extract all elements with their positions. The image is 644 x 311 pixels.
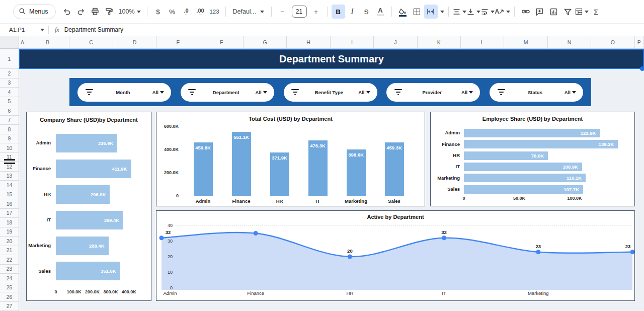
formula-input[interactable]: Department Summary [64, 26, 123, 33]
row-header-10[interactable]: 10 [0, 143, 19, 153]
row-header-21[interactable]: 21 [0, 246, 19, 256]
row-header-26[interactable]: 26 [0, 292, 19, 302]
bold-button[interactable]: B [332, 5, 345, 19]
row-header-16[interactable]: 16 [0, 199, 19, 209]
column-header-A[interactable]: A [19, 36, 26, 49]
column-header-M[interactable]: M [504, 36, 547, 49]
increase-font-size-button[interactable]: + [309, 5, 323, 19]
row-header-11[interactable]: 11 [0, 153, 19, 163]
italic-button[interactable]: I [346, 5, 359, 19]
decrease-decimal-button[interactable]: .0← [180, 5, 193, 19]
format-percent-button[interactable]: % [166, 5, 179, 19]
row-header-22[interactable]: 22 [0, 255, 19, 265]
format-currency-button[interactable]: $ [151, 5, 165, 19]
text-color-button[interactable]: A [374, 5, 387, 19]
name-box[interactable]: A1:P1 [0, 24, 48, 36]
row-header-9[interactable]: 9 [0, 134, 19, 144]
insert-chart-button[interactable] [547, 5, 560, 19]
row-header-15[interactable]: 15 [0, 190, 19, 200]
horizontal-align-button[interactable] [453, 5, 466, 19]
zoom-control[interactable]: 100% [117, 5, 143, 19]
menus-label: Menus [29, 8, 48, 15]
column-header-J[interactable]: J [374, 36, 417, 49]
slicer-value-dropdown[interactable]: All [565, 90, 576, 95]
create-filter-button[interactable] [561, 5, 575, 19]
column-header-I[interactable]: I [331, 36, 374, 49]
column-header-P[interactable]: P [635, 36, 644, 49]
row-header-2[interactable]: 2 [0, 69, 19, 79]
slicer-benefit-type[interactable]: Benefit TypeAll [284, 83, 377, 102]
row-header-14[interactable]: 14 [0, 181, 19, 190]
column-header-N[interactable]: N [548, 36, 591, 49]
row-header-23[interactable]: 23 [0, 265, 19, 274]
fill-color-button[interactable] [396, 5, 410, 19]
slicer-provider[interactable]: ProviderAll [386, 83, 480, 102]
column-header-H[interactable]: H [287, 36, 330, 49]
column-header-E[interactable]: E [156, 36, 200, 49]
row-header-7[interactable]: 7 [0, 116, 19, 125]
paint-format-button[interactable] [103, 5, 116, 19]
row-header-6[interactable]: 6 [0, 106, 19, 116]
vertical-align-button[interactable] [467, 5, 480, 19]
increase-decimal-button[interactable]: .00→ [194, 5, 207, 19]
text-wrap-button[interactable] [481, 5, 495, 19]
row-header-24[interactable]: 24 [0, 274, 19, 283]
row-header-25[interactable]: 25 [0, 283, 19, 293]
row-header-18[interactable]: 18 [0, 218, 19, 227]
selection-fill-handle[interactable] [640, 66, 644, 71]
column-header-C[interactable]: C [69, 36, 113, 49]
title-banner-cell[interactable]: Department Summary [19, 49, 644, 69]
row-header-1[interactable]: 1 [0, 49, 19, 69]
frozen-rows-divider[interactable] [4, 159, 15, 161]
functions-button[interactable]: Σ [589, 5, 603, 19]
slicer-status[interactable]: StatusAll [490, 83, 583, 102]
row-header-19[interactable]: 19 [0, 227, 19, 237]
filter-views-button[interactable] [575, 5, 589, 19]
row-header-4[interactable]: 4 [0, 88, 19, 97]
text-rotation-button[interactable]: A [495, 5, 511, 19]
slicer-value-dropdown[interactable]: All [461, 90, 473, 95]
number-format-button[interactable]: 123 [208, 5, 221, 19]
insert-comment-button[interactable] [533, 5, 546, 19]
strikethrough-button[interactable]: S [360, 5, 373, 19]
undo-button[interactable] [60, 5, 74, 19]
decrease-font-size-button[interactable]: − [276, 5, 289, 19]
column-header-G[interactable]: G [244, 36, 287, 49]
redo-button[interactable] [74, 5, 88, 19]
column-header-D[interactable]: D [113, 36, 156, 49]
merge-options-caret[interactable] [438, 5, 444, 19]
borders-button[interactable] [410, 5, 424, 19]
chart-employee-share[interactable]: Employee Share (USD) by DepartmentAdmin1… [430, 112, 635, 206]
row-header-27[interactable]: 27 [0, 302, 19, 311]
row-header-8[interactable]: 8 [0, 125, 19, 134]
frozen-rows-divider[interactable] [4, 163, 15, 164]
slicer-department[interactable]: DepartmentAll [181, 83, 274, 102]
slicer-value-dropdown[interactable]: All [358, 90, 370, 95]
row-header-5[interactable]: 5 [0, 97, 19, 107]
row-header-13[interactable]: 13 [0, 172, 19, 181]
column-header-L[interactable]: L [461, 36, 504, 49]
sheet-canvas[interactable]: Department Summary MonthAllDepartmentAll… [19, 49, 644, 311]
print-button[interactable] [89, 5, 102, 19]
chart-active[interactable]: Active by Department0102030403220322323A… [156, 210, 635, 301]
row-header-17[interactable]: 17 [0, 209, 19, 218]
slicer-month[interactable]: MonthAll [77, 83, 171, 102]
data-point [442, 236, 446, 240]
menus-search-button[interactable]: Menus [13, 4, 56, 19]
chart-company-share[interactable]: Company Share (USD)by DepartmentAdmin336… [26, 112, 151, 301]
select-all-corner[interactable] [0, 36, 19, 49]
column-header-K[interactable]: K [418, 36, 461, 49]
row-header-20[interactable]: 20 [0, 237, 19, 246]
font-name-select[interactable]: Defaul... [230, 5, 267, 19]
column-header-O[interactable]: O [591, 36, 634, 49]
chevron-down-icon [260, 11, 264, 13]
font-size-input[interactable]: 21 [292, 6, 307, 18]
column-header-F[interactable]: F [200, 36, 244, 49]
slicer-value-dropdown[interactable]: All [152, 90, 164, 95]
row-header-3[interactable]: 3 [0, 79, 19, 88]
chart-total-cost[interactable]: Total Cost (USD) by Department0200.0K400… [156, 112, 425, 206]
insert-link-button[interactable] [519, 5, 532, 19]
merge-cells-button[interactable] [424, 5, 438, 19]
column-header-B[interactable]: B [26, 36, 69, 49]
slicer-value-dropdown[interactable]: All [256, 90, 267, 95]
